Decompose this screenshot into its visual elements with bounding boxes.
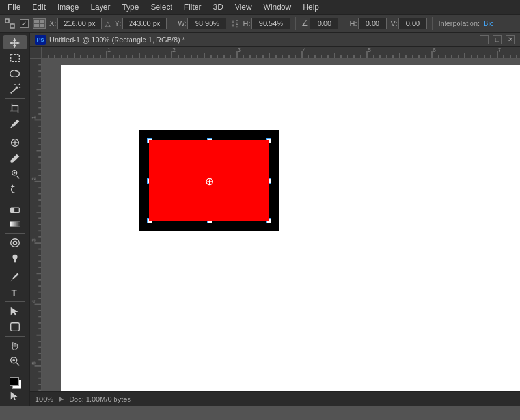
svg-point-25 (13, 241, 16, 244)
w-label: W: (178, 20, 186, 27)
ruler-left (30, 59, 42, 391)
h-input[interactable] (251, 18, 290, 29)
svg-text:T: T (11, 288, 17, 298)
sep1 (172, 17, 172, 30)
svg-line-33 (16, 363, 19, 366)
tool-hand[interactable] (3, 339, 27, 353)
x-angle-icon: △ (105, 20, 111, 27)
svg-line-9 (18, 84, 20, 85)
menu-view[interactable]: View (230, 1, 257, 13)
main-area: T (0, 33, 520, 406)
svg-marker-30 (10, 307, 18, 316)
angle-field: ∠ (301, 18, 338, 29)
ps-logo: Ps (35, 35, 46, 45)
tool-zoom[interactable] (3, 354, 27, 369)
hskew-input[interactable] (358, 18, 387, 29)
canvas-scroll[interactable]: ⊕ (42, 59, 520, 391)
zoom-level: 100% (35, 395, 53, 403)
close-button[interactable]: ✕ (506, 35, 515, 44)
tool-marquee[interactable] (3, 51, 27, 65)
x-input[interactable] (57, 18, 102, 29)
tool-healing[interactable] (3, 135, 27, 150)
menu-3d[interactable]: 3D (208, 1, 228, 13)
svg-rect-31 (10, 323, 19, 331)
h-label: H: (243, 20, 250, 27)
svg-point-20 (14, 172, 15, 173)
angle-icon: ∠ (301, 19, 308, 28)
svg-rect-27 (14, 259, 16, 262)
svg-point-24 (10, 238, 19, 247)
angle-input[interactable] (310, 18, 338, 29)
svg-marker-36 (10, 392, 17, 400)
svg-line-6 (10, 88, 16, 93)
menu-help[interactable]: Help (297, 1, 324, 13)
menu-file[interactable]: File (3, 1, 25, 13)
svg-rect-22 (10, 208, 14, 212)
svg-point-26 (12, 254, 17, 259)
tool-lasso[interactable] (3, 66, 27, 81)
tool-clone[interactable] (3, 167, 27, 181)
artboard[interactable]: ⊕ (139, 130, 279, 231)
doc-area: Ps Untitled-1 @ 100% (Rectangle 1, RGB/8… (30, 33, 520, 406)
svg-rect-1 (10, 24, 14, 28)
menu-layer[interactable]: Layer (85, 1, 115, 13)
tool-dodge[interactable] (3, 251, 27, 266)
tool-fg-bg[interactable] (3, 373, 27, 387)
menu-window[interactable]: Window (258, 1, 297, 13)
svg-marker-4 (9, 38, 19, 48)
y-input[interactable] (122, 18, 167, 29)
w-input[interactable] (187, 18, 226, 29)
vskew-field: V: (390, 18, 427, 29)
tool-blur[interactable] (3, 236, 27, 250)
menu-filter[interactable]: Filter (179, 1, 207, 13)
tool-sep-3 (5, 199, 25, 199)
x-label: X: (49, 20, 56, 27)
canvas-container[interactable]: ⊕ (30, 47, 520, 391)
tool-sep-8 (5, 371, 25, 371)
tool-text[interactable]: T (3, 285, 27, 300)
vskew-label: V: (390, 20, 397, 27)
hskew-field: H: (349, 18, 387, 29)
ruler-corner (30, 47, 42, 59)
tool-path-select[interactable] (3, 304, 27, 318)
tool-gradient[interactable] (3, 217, 27, 231)
menu-type[interactable]: Type (116, 1, 144, 13)
menu-image[interactable]: Image (52, 1, 84, 13)
tool-sep-6 (5, 301, 25, 302)
grid-icon[interactable] (33, 18, 46, 29)
options-bar: X: △ Y: W: ⛓ H: ∠ H: V: Interpolation: B… (0, 14, 520, 33)
svg-line-15 (10, 126, 12, 128)
minimize-button[interactable]: — (480, 35, 489, 44)
doc-titlebar: Ps Untitled-1 @ 100% (Rectangle 1, RGB/8… (30, 33, 520, 47)
tool-move[interactable] (3, 35, 27, 49)
transform-icon[interactable] (4, 18, 16, 29)
red-rectangle[interactable]: ⊕ (149, 140, 269, 221)
svg-rect-0 (5, 19, 9, 23)
doc-title: Untitled-1 @ 100% (Rectangle 1, RGB/8) * (49, 36, 476, 44)
tool-magic-wand[interactable] (3, 82, 27, 96)
h-field: H: (243, 18, 290, 29)
svg-point-7 (15, 87, 18, 89)
vskew-input[interactable] (398, 18, 427, 29)
tool-crop[interactable] (3, 101, 27, 115)
status-arrow[interactable]: ▶ (59, 395, 64, 403)
menu-bar: File Edit Image Layer Type Select Filter… (0, 0, 520, 14)
link-icon[interactable]: ⛓ (230, 19, 239, 29)
tool-history[interactable] (3, 182, 27, 197)
menu-select[interactable]: Select (145, 1, 177, 13)
tool-eyedropper[interactable] (3, 117, 27, 131)
w-field: W: (178, 18, 226, 29)
transform-checkbox[interactable] (20, 19, 29, 28)
menu-edit[interactable]: Edit (27, 1, 51, 13)
ruler-top (42, 47, 520, 59)
doc-info: Doc: 1.00M/0 bytes (69, 395, 131, 403)
sep2 (295, 17, 296, 30)
tool-shape[interactable] (3, 320, 27, 334)
maximize-button[interactable]: □ (493, 35, 502, 44)
tool-eraser[interactable] (3, 201, 27, 216)
svg-marker-28 (10, 281, 12, 282)
tool-sep-5 (5, 268, 25, 268)
tool-arrow[interactable] (3, 389, 27, 403)
tool-pen[interactable] (3, 270, 27, 284)
tool-brush[interactable] (3, 151, 27, 165)
